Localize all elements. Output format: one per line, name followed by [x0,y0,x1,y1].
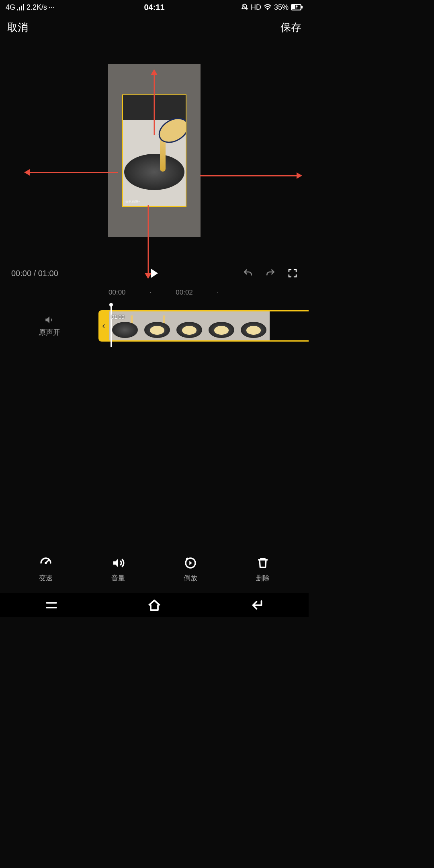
tick-label: 00:00 [108,289,126,297]
battery-charging-icon [291,4,303,10]
hd-indicator: HD [251,3,261,12]
status-time: 04:11 [144,3,164,12]
nav-home-button[interactable] [147,598,162,612]
guide-arrow-left [26,172,118,173]
reverse-icon [184,557,197,569]
svg-rect-7 [301,6,303,8]
original-sound-toggle[interactable]: 原声开 [0,315,98,337]
total-time: 01:00 [38,269,58,278]
volume-icon [112,557,125,569]
timeline-thumbnail [237,311,270,340]
svg-rect-2 [21,6,22,10]
editor-header: 取消 保存 [0,14,309,40]
svg-rect-1 [19,7,20,10]
volume-label: 音量 [111,573,125,583]
video-preview[interactable]: @从前慢~ [0,40,309,261]
time-separator: / [34,269,36,278]
cancel-button[interactable]: 取消 [7,20,28,35]
alarm-off-icon [241,4,248,11]
play-button[interactable] [151,268,158,278]
clip-strip[interactable]: 01:00 [109,310,309,342]
signal-bars-icon [17,4,25,10]
delete-label: 删除 [256,573,270,583]
timeline[interactable]: 原声开 ‹ 01:00 [0,308,309,344]
playback-controls: 00:00 / 01:00 [0,261,309,285]
delete-tool[interactable]: 删除 [256,557,270,583]
network-type: 4G [6,3,15,12]
playback-time: 00:00 / 01:00 [11,269,58,278]
nav-back-button[interactable] [250,598,264,612]
clip-duration-label: 01:00 [111,314,125,320]
playhead[interactable] [111,305,112,347]
tick-dot: · [150,289,152,297]
volume-tool[interactable]: 音量 [111,557,125,583]
guide-arrow-down [147,205,149,277]
speed-tool[interactable]: 变速 [39,557,53,583]
timeline-thumbnail [141,311,173,340]
svg-rect-6 [292,5,295,9]
reverse-tool[interactable]: 倒放 [184,557,197,583]
timeline-ruler: 00:00 · 00:02 · [0,285,309,300]
nav-menu-button[interactable] [44,598,59,612]
guide-arrow-up [154,71,155,135]
sound-label: 原声开 [39,328,60,337]
save-button[interactable]: 保存 [280,20,301,35]
battery-percent: 35% [274,3,289,12]
tick-dot: · [217,289,219,297]
guide-arrow-right [200,175,301,176]
wifi-icon [264,4,272,10]
network-speed: 2.2K/s [27,3,47,12]
svg-point-4 [267,9,268,10]
speed-icon [39,557,52,569]
timeline-thumbnail [205,311,237,340]
reverse-label: 倒放 [184,573,197,583]
svg-rect-0 [17,9,18,10]
status-bar: 4G 2.2K/s ··· 04:11 HD 35% [0,0,309,14]
speaker-icon [44,315,55,325]
editing-toolbar: 变速 音量 倒放 删除 [0,547,309,592]
undo-button[interactable] [243,268,253,278]
svg-rect-3 [23,4,24,10]
more-dots-icon: ··· [49,3,55,12]
timeline-thumbnail [173,311,205,340]
system-nav-bar [0,593,309,617]
clip-handle-left[interactable]: ‹ [98,310,109,342]
tick-label: 00:02 [176,289,193,297]
speed-label: 变速 [39,573,53,583]
svg-point-8 [45,562,47,564]
fullscreen-button[interactable] [288,268,297,278]
current-time: 00:00 [11,269,31,278]
redo-button[interactable] [265,268,276,278]
trash-icon [256,557,269,569]
video-watermark: @从前慢~ [125,199,140,204]
